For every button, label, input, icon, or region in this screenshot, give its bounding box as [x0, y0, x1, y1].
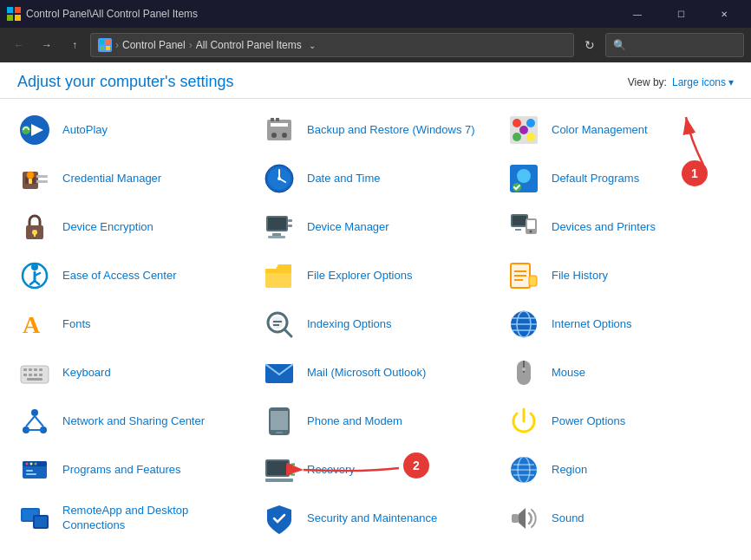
svg-rect-71: [273, 324, 279, 326]
item-label: Backup and Restore (Windows 7): [307, 123, 475, 138]
svg-rect-2: [7, 15, 13, 21]
svg-rect-70: [273, 321, 282, 322]
svg-point-13: [271, 133, 277, 138]
control-panel-item[interactable]: Security and Maintenance: [253, 494, 498, 543]
view-by-dropdown[interactable]: Large icons ▾: [672, 76, 734, 88]
path-separator2: ›: [189, 39, 193, 51]
back-button[interactable]: ←: [7, 33, 31, 57]
control-panel-item[interactable]: Credential Manager: [9, 154, 253, 203]
svg-rect-5: [106, 40, 110, 44]
svg-rect-45: [268, 236, 285, 238]
item-icon: [17, 161, 52, 196]
svg-rect-118: [35, 517, 47, 527]
svg-point-18: [513, 119, 521, 127]
address-dropdown[interactable]: ⌄: [309, 41, 316, 50]
item-label: Phone and Modem: [307, 414, 402, 429]
control-panel-item[interactable]: Region: [498, 446, 742, 494]
control-panel-item[interactable]: Mail (Microsoft Outlook): [253, 348, 498, 397]
svg-point-21: [526, 133, 535, 141]
svg-rect-43: [288, 225, 292, 227]
item-icon: [506, 355, 541, 390]
forward-button[interactable]: →: [35, 33, 59, 57]
control-panel-item[interactable]: RemoteApp and Desktop Connections: [9, 494, 253, 543]
svg-point-51: [530, 231, 532, 233]
svg-rect-84: [34, 374, 37, 376]
item-label: Keyboard: [62, 366, 111, 381]
control-panel-item[interactable]: Default Programs: [498, 154, 742, 203]
svg-rect-3: [15, 15, 21, 21]
path-control-panel[interactable]: Control Panel: [122, 39, 186, 51]
svg-rect-78: [23, 368, 27, 371]
control-panel-item[interactable]: AutoPlay: [9, 106, 253, 154]
svg-rect-86: [27, 378, 42, 381]
control-panel-item[interactable]: Device Encryption: [9, 203, 253, 251]
svg-rect-98: [271, 411, 288, 430]
item-label: Security and Maintenance: [307, 511, 437, 526]
item-icon: [506, 404, 541, 439]
close-button[interactable]: ✕: [704, 0, 744, 28]
item-icon: [506, 161, 541, 196]
item-icon: [262, 501, 297, 536]
svg-rect-41: [268, 218, 286, 230]
minimize-button[interactable]: —: [617, 0, 657, 28]
item-label: Region: [552, 463, 587, 478]
up-button[interactable]: ↑: [62, 33, 87, 57]
control-panel-item[interactable]: Keyboard: [9, 348, 253, 397]
items-grid: AutoPlayBackup and Restore (Windows 7)Co…: [9, 106, 742, 549]
header: Adjust your computer's settings View by:…: [0, 62, 751, 99]
svg-rect-108: [267, 461, 288, 475]
control-panel-item[interactable]: Power Options: [498, 397, 742, 446]
control-panel-item[interactable]: Sound: [498, 494, 742, 543]
item-label: File History: [552, 269, 608, 283]
control-panel-item[interactable]: Indexing Options: [253, 300, 498, 348]
svg-rect-64: [514, 279, 523, 281]
control-panel-item[interactable]: Device Manager: [253, 203, 498, 251]
control-panel-item[interactable]: Phone and Modem: [253, 397, 498, 446]
item-label: Programs and Features: [62, 463, 181, 478]
item-icon: [17, 258, 52, 293]
control-panel-item[interactable]: File Explorer Options: [253, 251, 498, 300]
address-path[interactable]: › Control Panel › All Control Panel Item…: [90, 33, 574, 57]
svg-rect-47: [513, 216, 526, 225]
refresh-button[interactable]: ↻: [578, 33, 602, 57]
view-by-label: View by:: [628, 76, 667, 88]
control-panel-item[interactable]: Programs and Features: [9, 446, 253, 494]
svg-rect-85: [39, 374, 42, 376]
control-panel-item[interactable]: File History: [498, 251, 742, 300]
svg-rect-6: [100, 46, 104, 50]
svg-rect-28: [36, 180, 48, 183]
control-panel-item[interactable]: Color Management: [498, 106, 742, 154]
control-panel-item[interactable]: Date and Time: [253, 154, 498, 203]
item-icon: [506, 258, 541, 293]
svg-rect-83: [29, 374, 32, 376]
control-panel-item[interactable]: Network and Sharing Center: [9, 397, 253, 446]
maximize-button[interactable]: ☐: [661, 0, 701, 28]
svg-rect-106: [26, 473, 36, 475]
control-panel-item[interactable]: Internet Options: [498, 300, 742, 348]
control-panel-item[interactable]: Speech Recognition: [9, 543, 253, 549]
item-label: Sound: [552, 511, 584, 526]
svg-rect-39: [34, 232, 36, 237]
control-panel-item[interactable]: Recovery: [253, 446, 498, 494]
control-panel-item[interactable]: AFonts: [9, 300, 253, 348]
path-all-items[interactable]: All Control Panel Items: [196, 39, 302, 51]
item-icon: [17, 404, 52, 439]
item-icon: [262, 453, 297, 487]
svg-rect-1: [15, 7, 21, 13]
svg-rect-63: [514, 275, 526, 277]
svg-point-14: [282, 133, 287, 138]
control-panel-item[interactable]: Storage Spaces: [253, 543, 498, 549]
item-label: Date and Time: [307, 172, 381, 186]
control-panel-item[interactable]: Ease of Access Center: [9, 251, 253, 300]
svg-point-91: [31, 409, 38, 416]
svg-point-33: [278, 177, 281, 180]
svg-rect-42: [288, 219, 292, 222]
svg-rect-79: [29, 368, 32, 371]
control-panel-item[interactable]: Backup and Restore (Windows 7): [253, 106, 498, 154]
item-label: Fonts: [62, 317, 91, 332]
control-panel-item[interactable]: Mouse: [498, 348, 742, 397]
control-panel-item[interactable]: Devices and Printers: [498, 203, 742, 251]
svg-rect-7: [106, 46, 110, 50]
control-panel-item[interactable]: Sync Center: [498, 543, 742, 549]
search-box[interactable]: 🔍: [605, 33, 744, 57]
